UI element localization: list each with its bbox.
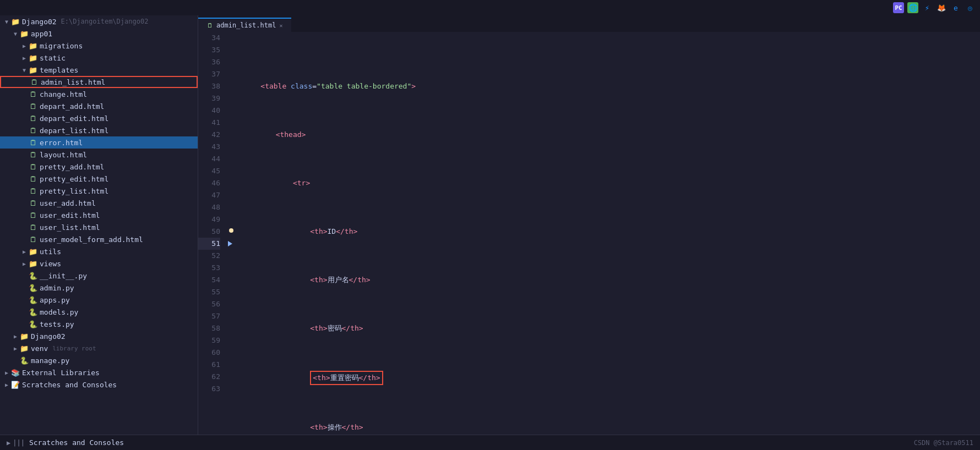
py-icon-apps: 🐍 xyxy=(29,295,37,304)
editor-tab-admin-list[interactable]: 🗒 admin_list.html ✕ xyxy=(198,18,291,32)
sidebar-item-apps-py[interactable]: 🐍 apps.py xyxy=(0,294,198,306)
sidebar-item-init[interactable]: 🐍 __init__.py xyxy=(0,270,198,282)
code-line-35: <thead> xyxy=(241,129,980,141)
sidebar-item-user-model-form[interactable]: 🗒 user_model_form_add.html xyxy=(0,233,198,245)
code-line-40: <th>重置密码</th> xyxy=(241,371,980,385)
code-content[interactable]: <table class="table table-bordered"> <th… xyxy=(237,32,980,435)
html-icon-user-edit: 🗒 xyxy=(29,211,37,219)
html-icon-pretty-list: 🗒 xyxy=(29,186,37,195)
scratches-icon: 📝 xyxy=(11,380,20,389)
firefox-icon[interactable]: 🦊 xyxy=(936,2,947,13)
py-icon-tests: 🐍 xyxy=(29,320,37,328)
edge-icon[interactable]: ⚡ xyxy=(922,2,933,13)
terminal-icon: ▶ xyxy=(7,439,10,447)
py-icon-models: 🐍 xyxy=(29,308,37,316)
chrome-icon[interactable]: 🌐 xyxy=(907,2,918,13)
html-icon-admin-list: 🗒 xyxy=(30,78,39,86)
html-icon-depart-edit: 🗒 xyxy=(29,114,37,123)
sidebar-item-admin-py[interactable]: 🐍 admin.py xyxy=(0,282,198,294)
sidebar-item-depart-edit[interactable]: 🗒 depart_edit.html xyxy=(0,112,198,124)
sidebar-label-apps-py: apps.py xyxy=(40,296,70,304)
sidebar-label-depart-add: depart_add.html xyxy=(40,102,104,111)
sidebar-sublabel-venv: library root xyxy=(52,345,96,352)
bottom-right: CSDN @Stara0511 xyxy=(914,438,973,447)
sidebar-item-templates[interactable]: ▼ 📁 templates xyxy=(0,64,198,76)
sidebar-item-pretty-edit[interactable]: 🗒 pretty_edit.html xyxy=(0,173,198,185)
sidebar-item-manage-py[interactable]: 🐍 manage.py xyxy=(0,354,198,366)
sidebar-item-migrations[interactable]: ▶ 📁 migrations xyxy=(0,40,198,52)
code-line-34: <table class="table table-bordered"> xyxy=(241,80,980,92)
editor-tabs: 🗒 admin_list.html ✕ xyxy=(198,15,980,32)
expand-arrow-venv: ▶ xyxy=(11,345,20,352)
main-container: ▼ 📁 Django02 E:\Djangoitem\Django02 ▼ 📁 … xyxy=(0,15,980,435)
tab-close-button[interactable]: ✕ xyxy=(279,23,282,29)
sidebar-item-app01[interactable]: ▼ 📁 app01 xyxy=(0,28,198,40)
sidebar-item-external-libraries[interactable]: ▶ 📚 External Libraries xyxy=(0,366,198,378)
code-text-36: <tr> xyxy=(241,177,310,189)
code-text-37: <th>ID</th> xyxy=(241,226,357,238)
gutter xyxy=(226,32,237,435)
html-icon-user-model-form: 🗒 xyxy=(29,235,37,244)
sidebar-label-init: __init__.py xyxy=(40,272,87,280)
sidebar-label-admin-list: admin_list.html xyxy=(41,78,105,86)
sidebar-item-django02-sub[interactable]: ▶ 📁 Django02 xyxy=(0,330,198,342)
sidebar-item-layout[interactable]: 🗒 layout.html xyxy=(0,149,198,161)
sidebar-label-pretty-edit: pretty_edit.html xyxy=(40,175,108,183)
pycharm-icon[interactable]: PC xyxy=(893,2,904,13)
sidebar-label-venv: venv xyxy=(31,344,52,353)
top-bar: PC 🌐 ⚡ 🦊 e ◎ xyxy=(0,0,980,15)
edge2-icon[interactable]: ◎ xyxy=(965,2,976,13)
sidebar-item-scratches[interactable]: ▶ 📝 Scratches and Consoles xyxy=(0,378,198,391)
sidebar-item-utils[interactable]: ▶ 📁 utils xyxy=(0,245,198,257)
expand-arrow-app01: ▼ xyxy=(11,31,20,37)
sidebar-item-django02-root[interactable]: ▼ 📁 Django02 E:\Djangoitem\Django02 xyxy=(0,15,198,28)
sidebar-item-user-add[interactable]: 🗒 user_add.html xyxy=(0,197,198,209)
watermark-text: CSDN @Stara0511 xyxy=(914,439,973,447)
bottom-terminal-icon[interactable]: ▶ ||| xyxy=(7,439,25,447)
sidebar-label-change: change.html xyxy=(40,90,87,98)
sidebar-item-depart-list[interactable]: 🗒 depart_list.html xyxy=(0,124,198,136)
sidebar-path-django02: E:\Djangoitem\Django02 xyxy=(61,18,148,25)
sidebar-label-app01: app01 xyxy=(31,30,52,38)
sidebar-label-utils: utils xyxy=(40,248,61,256)
sidebar-label-user-add: user_add.html xyxy=(40,199,96,207)
line-numbers: 34 35 36 37 38 39 40 41 42 43 44 45 46 4… xyxy=(198,32,226,435)
html-icon-layout: 🗒 xyxy=(29,150,37,159)
code-text-34: <table class="table table-bordered"> xyxy=(243,80,416,92)
expand-arrow-utils: ▶ xyxy=(20,249,29,255)
ie-icon[interactable]: e xyxy=(950,2,961,13)
bottom-bar: ▶ ||| Scratches and Consoles CSDN @Stara… xyxy=(0,435,980,450)
sidebar-label-migrations: migrations xyxy=(40,42,83,50)
sidebar-label-tests-py: tests.py xyxy=(40,320,74,328)
html-icon-depart-list: 🗒 xyxy=(29,126,37,135)
sidebar-item-depart-add[interactable]: 🗒 depart_add.html xyxy=(0,100,198,112)
sidebar-item-user-edit[interactable]: 🗒 user_edit.html xyxy=(0,209,198,221)
sidebar-item-static[interactable]: ▶ 📁 static xyxy=(0,52,198,64)
html-icon-user-list: 🗒 xyxy=(29,223,37,232)
tab-label: admin_list.html xyxy=(216,21,276,29)
gutter-arrow-51 xyxy=(228,241,232,246)
sidebar-item-error[interactable]: 🗒 error.html xyxy=(0,136,198,149)
sidebar-item-pretty-list[interactable]: 🗒 pretty_list.html xyxy=(0,185,198,197)
expand-arrow-templates: ▼ xyxy=(20,67,29,73)
code-text-40: <th>重置密码</th> xyxy=(241,371,383,385)
sidebar-item-tests-py[interactable]: 🐍 tests.py xyxy=(0,318,198,330)
code-text-35: <thead> xyxy=(241,129,306,141)
gutter-mark-50 xyxy=(229,228,233,233)
sidebar-item-models-py[interactable]: 🐍 models.py xyxy=(0,306,198,318)
folder-icon-django02-sub: 📁 xyxy=(20,332,29,341)
sidebar-item-venv[interactable]: ▶ 📁 venv library root xyxy=(0,342,198,354)
sidebar-item-change[interactable]: 🗒 change.html xyxy=(0,88,198,100)
code-line-41: <th>操作</th> xyxy=(241,421,980,433)
sidebar-item-user-list[interactable]: 🗒 user_list.html xyxy=(0,221,198,233)
sidebar-label-user-list: user_list.html xyxy=(40,223,100,232)
top-bar-right: PC 🌐 ⚡ 🦊 e ◎ xyxy=(893,2,976,13)
sidebar-item-views[interactable]: ▶ 📁 views xyxy=(0,257,198,270)
sidebar-label-error: error.html xyxy=(40,139,83,147)
folder-icon-views: 📁 xyxy=(29,259,37,268)
html-icon-pretty-edit: 🗒 xyxy=(29,174,37,183)
folder-icon-app01: 📁 xyxy=(20,29,29,38)
sidebar-label-django02-root: Django02 xyxy=(22,18,61,26)
sidebar-item-admin-list[interactable]: 🗒 admin_list.html xyxy=(0,76,198,88)
sidebar-item-pretty-add[interactable]: 🗒 pretty_add.html xyxy=(0,161,198,173)
